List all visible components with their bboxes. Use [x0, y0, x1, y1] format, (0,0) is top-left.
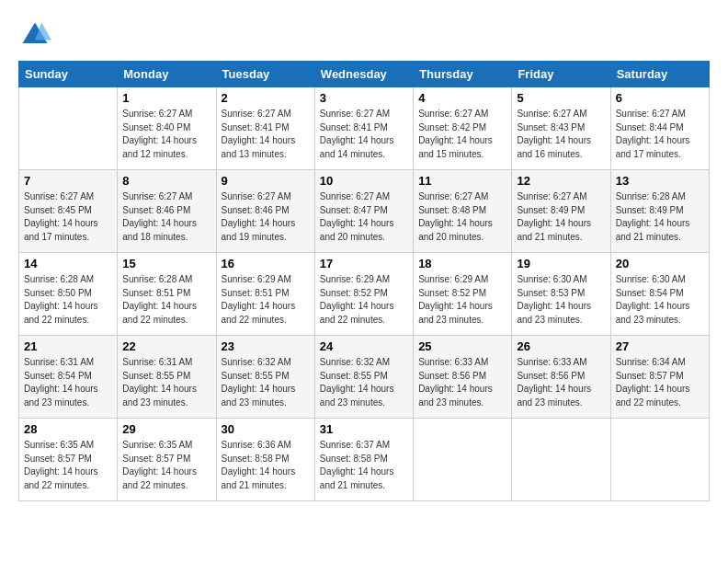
day-info: Sunrise: 6:29 AM Sunset: 8:52 PM Dayligh… [320, 273, 408, 327]
day-number: 12 [517, 174, 605, 188]
calendar-cell: 13Sunrise: 6:28 AM Sunset: 8:49 PM Dayli… [610, 170, 709, 253]
day-number: 8 [122, 174, 210, 188]
day-number: 20 [616, 257, 704, 270]
logo-icon [18, 18, 51, 52]
day-info: Sunrise: 6:27 AM Sunset: 8:41 PM Dayligh… [222, 108, 310, 161]
day-info: Sunrise: 6:28 AM Sunset: 8:49 PM Dayligh… [616, 190, 704, 244]
calendar-cell: 17Sunrise: 6:29 AM Sunset: 8:52 PM Dayli… [314, 253, 413, 336]
day-info: Sunrise: 6:27 AM Sunset: 8:43 PM Dayligh… [517, 108, 605, 161]
calendar-cell [610, 419, 709, 501]
calendar-cell [512, 419, 610, 501]
calendar-cell: 23Sunrise: 6:32 AM Sunset: 8:55 PM Dayli… [216, 336, 314, 419]
day-info: Sunrise: 6:30 AM Sunset: 8:53 PM Dayligh… [517, 273, 605, 327]
calendar-cell: 31Sunrise: 6:37 AM Sunset: 8:58 PM Dayli… [314, 419, 413, 501]
day-number: 22 [122, 339, 210, 353]
calendar-cell [19, 87, 118, 170]
day-number: 4 [418, 91, 506, 105]
day-info: Sunrise: 6:27 AM Sunset: 8:46 PM Dayligh… [222, 190, 310, 244]
day-info: Sunrise: 6:37 AM Sunset: 8:58 PM Dayligh… [320, 439, 408, 492]
calendar-cell: 22Sunrise: 6:31 AM Sunset: 8:55 PM Dayli… [118, 336, 216, 419]
calendar-cell: 1Sunrise: 6:27 AM Sunset: 8:40 PM Daylig… [118, 87, 216, 170]
day-info: Sunrise: 6:28 AM Sunset: 8:51 PM Dayligh… [122, 273, 210, 327]
weekday-header-tuesday: Tuesday [216, 62, 314, 87]
day-number: 17 [320, 257, 408, 270]
day-info: Sunrise: 6:31 AM Sunset: 8:54 PM Dayligh… [24, 356, 112, 409]
calendar-cell: 4Sunrise: 6:27 AM Sunset: 8:42 PM Daylig… [414, 87, 512, 170]
calendar-cell: 5Sunrise: 6:27 AM Sunset: 8:43 PM Daylig… [512, 87, 610, 170]
day-info: Sunrise: 6:30 AM Sunset: 8:54 PM Dayligh… [616, 273, 704, 327]
day-info: Sunrise: 6:29 AM Sunset: 8:52 PM Dayligh… [418, 273, 506, 327]
day-info: Sunrise: 6:35 AM Sunset: 8:57 PM Dayligh… [122, 439, 210, 492]
day-number: 27 [616, 339, 704, 353]
calendar-cell: 19Sunrise: 6:30 AM Sunset: 8:53 PM Dayli… [512, 253, 610, 336]
calendar-cell: 26Sunrise: 6:33 AM Sunset: 8:56 PM Dayli… [512, 336, 610, 419]
calendar-cell: 10Sunrise: 6:27 AM Sunset: 8:47 PM Dayli… [314, 170, 413, 253]
calendar-cell: 27Sunrise: 6:34 AM Sunset: 8:57 PM Dayli… [610, 336, 709, 419]
day-number: 30 [222, 422, 310, 436]
day-info: Sunrise: 6:32 AM Sunset: 8:55 PM Dayligh… [320, 356, 408, 409]
day-info: Sunrise: 6:27 AM Sunset: 8:40 PM Dayligh… [122, 108, 210, 161]
day-number: 6 [616, 91, 704, 105]
calendar-cell: 8Sunrise: 6:27 AM Sunset: 8:46 PM Daylig… [118, 170, 216, 253]
weekday-header-saturday: Saturday [610, 62, 709, 87]
day-info: Sunrise: 6:28 AM Sunset: 8:50 PM Dayligh… [24, 273, 112, 327]
calendar-cell: 6Sunrise: 6:27 AM Sunset: 8:44 PM Daylig… [610, 87, 709, 170]
day-number: 28 [24, 422, 112, 436]
day-info: Sunrise: 6:33 AM Sunset: 8:56 PM Dayligh… [517, 356, 605, 409]
calendar-cell: 16Sunrise: 6:29 AM Sunset: 8:51 PM Dayli… [216, 253, 314, 336]
weekday-header-wednesday: Wednesday [314, 62, 413, 87]
calendar-cell [414, 419, 512, 501]
day-number: 7 [24, 174, 112, 188]
day-number: 16 [222, 257, 310, 270]
calendar-cell: 15Sunrise: 6:28 AM Sunset: 8:51 PM Dayli… [118, 253, 216, 336]
day-info: Sunrise: 6:27 AM Sunset: 8:44 PM Dayligh… [616, 108, 704, 161]
day-number: 24 [320, 339, 408, 353]
day-info: Sunrise: 6:27 AM Sunset: 8:47 PM Dayligh… [320, 190, 408, 244]
calendar-cell: 30Sunrise: 6:36 AM Sunset: 8:58 PM Dayli… [216, 419, 314, 501]
day-info: Sunrise: 6:27 AM Sunset: 8:41 PM Dayligh… [320, 108, 408, 161]
calendar-cell: 18Sunrise: 6:29 AM Sunset: 8:52 PM Dayli… [414, 253, 512, 336]
day-info: Sunrise: 6:34 AM Sunset: 8:57 PM Dayligh… [616, 356, 704, 409]
calendar-cell: 28Sunrise: 6:35 AM Sunset: 8:57 PM Dayli… [19, 419, 118, 501]
calendar-cell: 25Sunrise: 6:33 AM Sunset: 8:56 PM Dayli… [414, 336, 512, 419]
calendar-cell: 29Sunrise: 6:35 AM Sunset: 8:57 PM Dayli… [118, 419, 216, 501]
day-info: Sunrise: 6:35 AM Sunset: 8:57 PM Dayligh… [24, 439, 112, 492]
day-number: 21 [24, 339, 112, 353]
weekday-header-sunday: Sunday [19, 62, 118, 87]
day-number: 10 [320, 174, 408, 188]
day-info: Sunrise: 6:27 AM Sunset: 8:45 PM Dayligh… [24, 190, 112, 244]
day-number: 18 [418, 257, 506, 270]
day-number: 26 [517, 339, 605, 353]
day-info: Sunrise: 6:27 AM Sunset: 8:49 PM Dayligh… [517, 190, 605, 244]
day-info: Sunrise: 6:36 AM Sunset: 8:58 PM Dayligh… [222, 439, 310, 492]
day-number: 29 [122, 422, 210, 436]
calendar-table: SundayMondayTuesdayWednesdayThursdayFrid… [18, 61, 710, 501]
calendar-cell: 20Sunrise: 6:30 AM Sunset: 8:54 PM Dayli… [610, 253, 709, 336]
day-info: Sunrise: 6:33 AM Sunset: 8:56 PM Dayligh… [418, 356, 506, 409]
weekday-header-friday: Friday [512, 62, 610, 87]
day-number: 15 [122, 257, 210, 270]
day-info: Sunrise: 6:27 AM Sunset: 8:42 PM Dayligh… [418, 108, 506, 161]
day-info: Sunrise: 6:27 AM Sunset: 8:48 PM Dayligh… [418, 190, 506, 244]
day-number: 5 [517, 91, 605, 105]
day-number: 11 [418, 174, 506, 188]
calendar-cell: 11Sunrise: 6:27 AM Sunset: 8:48 PM Dayli… [414, 170, 512, 253]
logo [18, 18, 57, 52]
day-number: 14 [24, 257, 112, 270]
day-number: 25 [418, 339, 506, 353]
day-info: Sunrise: 6:29 AM Sunset: 8:51 PM Dayligh… [222, 273, 310, 327]
day-info: Sunrise: 6:32 AM Sunset: 8:55 PM Dayligh… [222, 356, 310, 409]
calendar-cell: 7Sunrise: 6:27 AM Sunset: 8:45 PM Daylig… [19, 170, 118, 253]
day-number: 2 [222, 91, 310, 105]
calendar-cell: 9Sunrise: 6:27 AM Sunset: 8:46 PM Daylig… [216, 170, 314, 253]
day-number: 9 [222, 174, 310, 188]
day-number: 31 [320, 422, 408, 436]
day-number: 23 [222, 339, 310, 353]
weekday-header-thursday: Thursday [414, 62, 512, 87]
weekday-header-monday: Monday [118, 62, 216, 87]
day-number: 13 [616, 174, 704, 188]
calendar-cell: 2Sunrise: 6:27 AM Sunset: 8:41 PM Daylig… [216, 87, 314, 170]
calendar-cell: 3Sunrise: 6:27 AM Sunset: 8:41 PM Daylig… [314, 87, 413, 170]
calendar-cell: 14Sunrise: 6:28 AM Sunset: 8:50 PM Dayli… [19, 253, 118, 336]
calendar-cell: 12Sunrise: 6:27 AM Sunset: 8:49 PM Dayli… [512, 170, 610, 253]
